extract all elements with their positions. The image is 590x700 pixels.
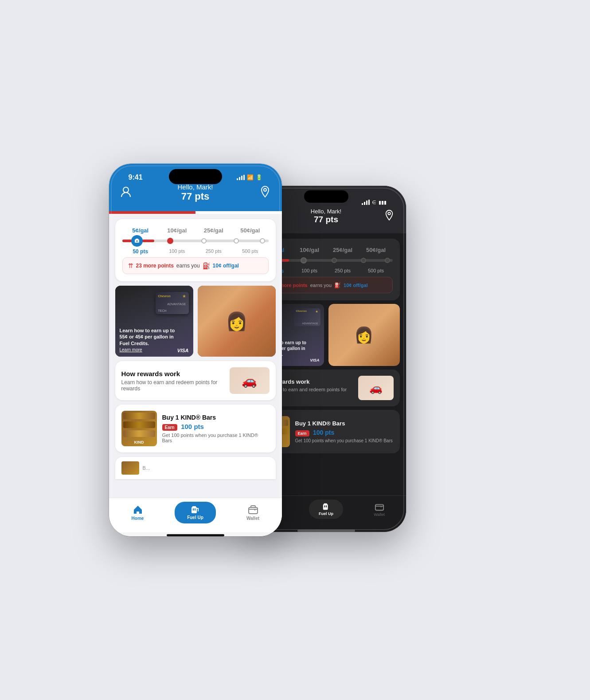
car-illustration: 🚗 — [230, 367, 270, 394]
pts-label-250: 250 pts — [195, 248, 232, 255]
tier-4: 50¢/gal — [232, 226, 269, 234]
dark-status-icons: ∈ ▮▮▮ — [362, 200, 387, 205]
nav-wallet[interactable]: Wallet — [224, 504, 282, 521]
dark-offer-pts: 100 pts — [313, 429, 334, 436]
dark-fuel-pill[interactable]: Fuel Up — [309, 499, 343, 519]
dark-fuel-icon — [322, 503, 330, 511]
main-content[interactable]: 5¢/gal 10¢/gal 25¢/gal 50¢/gal — [109, 214, 282, 498]
earn-more-points: 23 more points — [136, 263, 174, 269]
home-indicator — [167, 534, 224, 536]
nav-fuel-label: Fuel Up — [187, 515, 203, 520]
dynamic-island — [169, 169, 222, 184]
offer-title: Buy 1 KIND® Bars — [162, 414, 270, 421]
card-visual: Chevron ★ ADVANTAGE TECH — [156, 292, 189, 314]
points-progress-card: 5¢/gal 10¢/gal 25¢/gal 50¢/gal — [115, 219, 276, 281]
earn-more-banner: ⇈ 23 more points earns you ⛽ 10¢ off/gal — [122, 257, 269, 274]
location-icon[interactable] — [257, 185, 273, 201]
points-display: 77 pts — [134, 191, 257, 202]
fuel-pill[interactable]: Fuel Up — [175, 502, 216, 523]
offer-earn-row: Earn 100 pts — [162, 423, 270, 431]
dark-fuel-label: Fuel Up — [319, 511, 333, 516]
dark-tier-2-label: 10¢/gal — [300, 247, 319, 253]
dark-wifi-icon: ∈ — [372, 200, 376, 205]
svg-rect-4 — [136, 240, 137, 242]
svg-rect-7 — [192, 506, 196, 508]
nav-home-label: Home — [132, 516, 144, 521]
nav-fuel-up[interactable]: Fuel Up — [167, 502, 224, 523]
greeting-text: Hello, Mark! — [134, 183, 257, 191]
svg-rect-18 — [375, 504, 383, 510]
dark-earn-badge: Earn — [295, 430, 309, 437]
svg-point-13 — [388, 212, 391, 215]
dark-tier-4-label: 50¢/gal — [366, 247, 386, 253]
nav-home[interactable]: Home — [109, 504, 167, 521]
arrows-icon: ⇈ — [128, 262, 133, 269]
dark-earn-value: 10¢ off/gal — [344, 283, 367, 288]
kind-bars-image: KIND — [121, 411, 157, 446]
promo-card-title: Learn how to earn up to55¢ or 45¢ per ga… — [120, 327, 175, 346]
dark-points: 77 pts — [271, 215, 381, 224]
svg-rect-9 — [195, 508, 195, 511]
tier-1-label: 5¢/gal — [132, 227, 148, 234]
dark-nav-fuel[interactable]: Fuel Up — [300, 499, 353, 519]
pts-label-50: 50 pts — [122, 248, 159, 255]
svg-rect-8 — [193, 508, 194, 511]
nav-wallet-label: Wallet — [246, 516, 259, 521]
promo-card-content: Learn how to earn up to55¢ or 45¢ per ga… — [120, 327, 175, 352]
status-time: 9:41 — [129, 173, 143, 181]
dark-card-visual: Chevron★ ADVANTAGE — [294, 308, 320, 326]
discount-tiers-row: 5¢/gal 10¢/gal 25¢/gal 50¢/gal — [122, 226, 269, 234]
dark-pts-500: 500 pts — [359, 268, 393, 274]
fuel-icon — [191, 505, 199, 514]
checkpoint-dot-1 — [167, 238, 173, 244]
dark-location-icon[interactable] — [381, 209, 397, 224]
checkpoint-dot-2 — [201, 238, 207, 244]
kind-bars-offer-card[interactable]: KIND Buy 1 KIND® Bars Earn 100 pts Get 1… — [115, 405, 276, 452]
earn-badge: Earn — [162, 424, 177, 431]
tier-2-label: 10¢/gal — [167, 227, 187, 234]
lifestyle-promo[interactable]: 👩 — [198, 286, 276, 357]
svg-rect-3 — [136, 239, 138, 240]
svg-rect-11 — [198, 508, 199, 511]
svg-point-0 — [123, 187, 129, 193]
tier-3-label: 25¢/gal — [204, 227, 223, 234]
advantage-text: ADVANTAGE — [158, 303, 186, 306]
svg-rect-12 — [249, 507, 258, 514]
dark-dot-3 — [361, 258, 366, 263]
tech-text: TECH — [158, 309, 186, 312]
dark-greeting: Hello, Mark! — [271, 208, 381, 215]
svg-rect-15 — [324, 503, 327, 506]
profile-icon[interactable] — [118, 185, 134, 201]
dark-pts-250: 250 pts — [326, 268, 359, 274]
dark-tier-4: 50¢/gal — [359, 246, 393, 254]
rewards-card-title: How rewards work — [121, 370, 224, 378]
header-section: 9:41 📶 🔋 — [109, 164, 282, 211]
dark-tier-3: 25¢/gal — [326, 246, 359, 254]
wifi-icon: 📶 — [247, 174, 254, 181]
pts-labels-row: 50 pts 100 pts 250 pts 500 pts — [122, 248, 269, 255]
partial-promo-card: B... — [115, 457, 276, 479]
dynamic-island-2 — [304, 190, 348, 203]
tier-1: 5¢/gal — [122, 226, 159, 234]
dark-dot-2 — [332, 258, 337, 263]
promo-cards-row: Chevron ★ ADVANTAGE TECH Learn how to ea… — [115, 286, 276, 357]
dark-pts-100: 100 pts — [293, 268, 326, 274]
how-rewards-card[interactable]: How rewards work Learn how to earn and r… — [115, 361, 276, 400]
kind-logo: KIND — [123, 440, 155, 444]
svg-rect-17 — [326, 505, 327, 507]
svg-rect-16 — [324, 505, 325, 507]
promo-learn-more-link[interactable]: Learn more — [120, 347, 175, 352]
active-progress-dot — [131, 235, 143, 247]
partial-offer-text: B... — [143, 465, 150, 471]
dark-lifestyle-promo[interactable]: 👩 — [328, 304, 400, 366]
lifestyle-image: 👩 — [198, 286, 276, 357]
visa-text: VISA — [177, 348, 189, 353]
svg-rect-5 — [137, 240, 138, 242]
dark-wallet-label: Wallet — [374, 512, 385, 517]
svg-point-1 — [264, 189, 266, 191]
partial-offer-image — [121, 461, 139, 475]
offer-pts: 100 pts — [181, 423, 204, 430]
checkpoint-dot-4 — [260, 238, 265, 244]
dark-nav-wallet[interactable]: Wallet — [353, 502, 406, 517]
credit-card-promo[interactable]: Chevron ★ ADVANTAGE TECH Learn how to ea… — [115, 286, 193, 357]
